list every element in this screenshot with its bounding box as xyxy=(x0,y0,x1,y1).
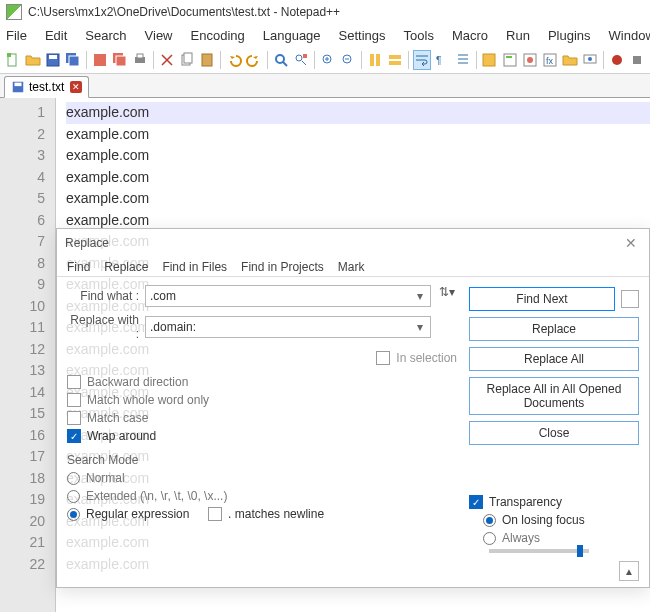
find-what-input[interactable]: .com ▾ xyxy=(145,285,431,307)
dlg-tab-findinprojects[interactable]: Find in Projects xyxy=(241,260,324,274)
svg-rect-13 xyxy=(202,54,212,66)
menu-file[interactable]: File xyxy=(6,28,27,43)
transparency-always-radio[interactable] xyxy=(483,532,496,545)
paste-icon[interactable] xyxy=(198,50,216,70)
transparency-checkbox[interactable]: ✓ xyxy=(469,495,483,509)
folder-icon[interactable] xyxy=(561,50,579,70)
find-icon[interactable] xyxy=(272,50,290,70)
menu-settings[interactable]: Settings xyxy=(339,28,386,43)
func-list-icon[interactable]: fx xyxy=(541,50,559,70)
replace-icon[interactable] xyxy=(292,50,310,70)
menu-edit[interactable]: Edit xyxy=(45,28,67,43)
close-all-icon[interactable] xyxy=(111,50,129,70)
wholeword-checkbox[interactable] xyxy=(67,393,81,407)
svg-point-33 xyxy=(612,55,622,65)
dlg-tab-replace[interactable]: Replace xyxy=(104,260,148,274)
toolbar: ¶ fx xyxy=(0,46,650,74)
svg-rect-24 xyxy=(483,54,495,66)
menu-language[interactable]: Language xyxy=(263,28,321,43)
window-titlebar: C:\Users\mx1x2\OneDrive\Documents\test.t… xyxy=(0,0,650,24)
svg-rect-6 xyxy=(94,54,106,66)
svg-rect-25 xyxy=(504,54,516,66)
doc-map-icon[interactable] xyxy=(501,50,519,70)
copy-icon[interactable] xyxy=(178,50,196,70)
svg-rect-19 xyxy=(370,54,374,66)
wrap-label: Wrap around xyxy=(87,429,156,443)
mode-normal-radio[interactable] xyxy=(67,472,80,485)
matchcase-label: Match case xyxy=(87,411,148,425)
mode-extended-radio[interactable] xyxy=(67,490,80,503)
dlg-tab-mark[interactable]: Mark xyxy=(338,260,365,274)
cut-icon[interactable] xyxy=(158,50,176,70)
replace-button[interactable]: Replace xyxy=(469,317,639,341)
app-icon xyxy=(6,4,22,20)
save-all-icon[interactable] xyxy=(64,50,82,70)
transparency-onfocus-radio[interactable] xyxy=(483,514,496,527)
matches-newline-checkbox[interactable] xyxy=(208,507,222,521)
window-title: C:\Users\mx1x2\OneDrive\Documents\test.t… xyxy=(28,5,340,19)
svg-point-28 xyxy=(527,57,533,63)
zoom-out-icon[interactable] xyxy=(339,50,357,70)
doc-list-icon[interactable] xyxy=(521,50,539,70)
close-file-icon[interactable] xyxy=(91,50,109,70)
menu-search[interactable]: Search xyxy=(85,28,126,43)
menu-view[interactable]: View xyxy=(145,28,173,43)
new-file-icon[interactable] xyxy=(4,50,22,70)
chevron-down-icon[interactable]: ▾ xyxy=(412,288,428,304)
replace-all-button[interactable]: Replace All xyxy=(469,347,639,371)
dlg-tab-findinfiles[interactable]: Find in Files xyxy=(162,260,227,274)
svg-rect-20 xyxy=(376,54,380,66)
svg-rect-36 xyxy=(15,83,22,87)
menu-run[interactable]: Run xyxy=(506,28,530,43)
wordwrap-icon[interactable] xyxy=(413,50,431,70)
mode-regex-radio[interactable] xyxy=(67,508,80,521)
indent-guide-icon[interactable] xyxy=(453,50,471,70)
open-file-icon[interactable] xyxy=(24,50,42,70)
menu-tools[interactable]: Tools xyxy=(404,28,434,43)
resize-grip-icon[interactable]: ▲ xyxy=(619,561,639,581)
svg-rect-21 xyxy=(389,55,401,59)
transparency-slider[interactable] xyxy=(489,549,589,553)
record-macro-icon[interactable] xyxy=(608,50,626,70)
tab-close-icon[interactable]: ✕ xyxy=(70,81,82,93)
all-chars-icon[interactable]: ¶ xyxy=(433,50,451,70)
in-selection-checkbox[interactable] xyxy=(376,351,390,365)
sync-v-icon[interactable] xyxy=(366,50,384,70)
dialog-title: Replace xyxy=(65,236,109,250)
zoom-in-icon[interactable] xyxy=(319,50,337,70)
close-button[interactable]: Close xyxy=(469,421,639,445)
chevron-down-icon[interactable]: ▾ xyxy=(412,319,428,335)
backward-checkbox[interactable] xyxy=(67,375,81,389)
dlg-tab-find[interactable]: Find xyxy=(67,260,90,274)
stop-macro-icon[interactable] xyxy=(628,50,646,70)
wholeword-label: Match whole word only xyxy=(87,393,209,407)
monitor-icon[interactable] xyxy=(581,50,599,70)
undo-icon[interactable] xyxy=(225,50,243,70)
dialog-close-icon[interactable]: ✕ xyxy=(621,233,641,253)
wrap-checkbox[interactable]: ✓ xyxy=(67,429,81,443)
replace-all-open-button[interactable]: Replace All in All Opened Documents xyxy=(469,377,639,415)
file-tab[interactable]: test.txt ✕ xyxy=(4,76,89,98)
replace-label: Replace with : xyxy=(67,313,145,341)
swap-button[interactable]: ⇅▾ xyxy=(435,285,459,299)
svg-rect-26 xyxy=(506,56,512,58)
save-icon[interactable] xyxy=(44,50,62,70)
transparency-always-label: Always xyxy=(502,531,540,545)
line-gutter: 12345678910111213141516171819202122 xyxy=(0,98,56,612)
matchcase-checkbox[interactable] xyxy=(67,411,81,425)
svg-rect-12 xyxy=(184,53,192,63)
redo-icon[interactable] xyxy=(245,50,263,70)
find-next-button[interactable]: Find Next xyxy=(469,287,615,311)
sync-h-icon[interactable] xyxy=(386,50,404,70)
replace-with-input[interactable]: .domain: ▾ xyxy=(145,316,431,338)
menu-plugins[interactable]: Plugins xyxy=(548,28,591,43)
lang-icon[interactable] xyxy=(480,50,498,70)
backward-label: Backward direction xyxy=(87,375,188,389)
menu-encoding[interactable]: Encoding xyxy=(191,28,245,43)
find-label: Find what : xyxy=(67,289,145,303)
menu-macro[interactable]: Macro xyxy=(452,28,488,43)
svg-text:¶: ¶ xyxy=(436,55,441,66)
menu-window[interactable]: Window xyxy=(609,28,650,43)
find-next-aux-checkbox[interactable] xyxy=(621,290,639,308)
print-icon[interactable] xyxy=(131,50,149,70)
